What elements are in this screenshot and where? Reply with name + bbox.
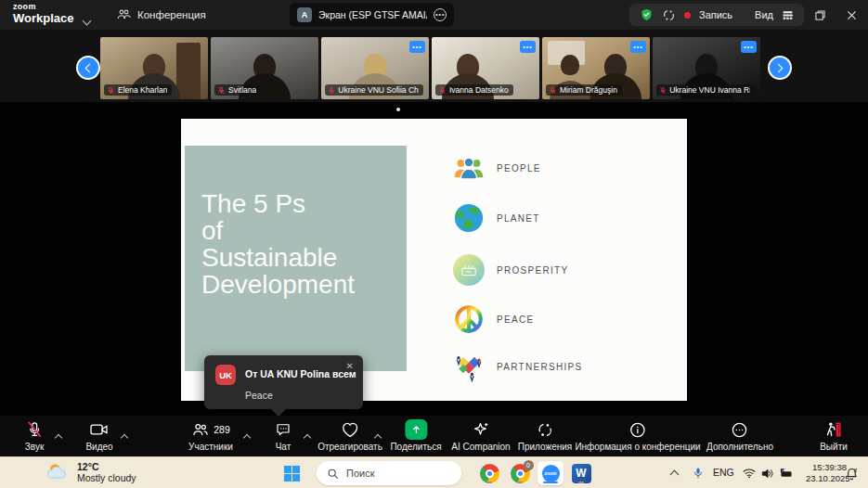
search-input[interactable] [346, 468, 448, 479]
planet-icon [453, 202, 485, 234]
volume-button[interactable] [758, 461, 777, 485]
ai-companion-button[interactable]: AI Companion [451, 418, 510, 452]
audio-button[interactable]: Звук [25, 418, 45, 452]
tab-options-icon[interactable]: ••• [434, 8, 447, 21]
connected-apps-icon[interactable] [662, 8, 676, 22]
next-participants-button[interactable] [768, 56, 792, 80]
muted-mic-icon [25, 418, 43, 441]
chrome-app-button[interactable] [476, 461, 502, 485]
apps-button[interactable]: Приложения [518, 418, 573, 452]
audio-options-button[interactable] [56, 428, 61, 444]
tray-mic-button[interactable] [688, 461, 708, 485]
chrome-profile-badge: 0 [524, 460, 534, 470]
camera-icon [90, 418, 110, 441]
screen-tab-label: Экран (ESP GTSF AMAIA CHOCO [318, 9, 427, 20]
slide-item-label: PLANET [497, 213, 540, 224]
device-icon [779, 468, 794, 479]
more-button[interactable]: Дополнительно [706, 418, 773, 452]
muted-mic-icon [549, 86, 557, 95]
weather-widget[interactable]: 12°C Mostly cloudy [45, 461, 136, 483]
running-indicator [486, 482, 492, 484]
participant-more-options-button[interactable]: ••• [520, 41, 536, 53]
shared-screen-area: The 5 Ps of Sustainable Development PEO [0, 102, 868, 416]
meeting-status-controls: Запись Вид [629, 4, 804, 26]
chat-message-text: Peace [245, 390, 273, 401]
leave-button[interactable]: Выйти [820, 418, 848, 452]
meeting-info-button[interactable]: Информация о конференции [575, 418, 700, 452]
slide-title-line: Sustainable [201, 244, 355, 271]
tab-screen-share[interactable]: A Экран (ESP GTSF AMAIA CHOCO ••• [290, 3, 454, 27]
participant-tile[interactable]: ••• Ukraine VNU Ivanna Ri... [653, 37, 760, 99]
slide-title-line: Development [201, 271, 355, 298]
participant-more-options-button[interactable]: ••• [741, 41, 757, 53]
video-button[interactable]: Видео [85, 418, 112, 452]
word-icon: W [572, 464, 591, 483]
video-options-button[interactable] [122, 428, 127, 444]
participants-button[interactable]: 289 Участники [188, 418, 233, 452]
security-shield-icon[interactable] [640, 7, 654, 22]
close-button[interactable] [842, 6, 861, 24]
weather-temperature: 12°C [77, 461, 136, 472]
chrome-profile-app-button[interactable]: 0 [507, 461, 533, 485]
react-label: Отреагировать [317, 442, 382, 452]
taskbar-search[interactable] [317, 461, 461, 485]
participant-name-tag: Svitlana [214, 84, 261, 96]
share-button[interactable]: Поделиться [390, 418, 441, 452]
participant-more-options-button[interactable]: ••• [409, 41, 425, 53]
wifi-button[interactable] [740, 461, 758, 485]
slide-title-line: The 5 Ps [201, 190, 355, 217]
title-bar: zoom Workplace Конференция A Экран (ESP … [0, 0, 868, 30]
chat-sender-avatar: UK [215, 365, 236, 385]
tab-conference[interactable]: Конференция [117, 7, 206, 21]
participant-name-tag: Miriam Drăguşin [546, 84, 622, 96]
participants-options-button[interactable] [244, 428, 250, 444]
restore-button[interactable] [810, 6, 829, 24]
search-icon [327, 468, 339, 480]
chevron-left-icon [85, 63, 95, 72]
more-icon [731, 418, 748, 441]
participant-tile[interactable]: Elena Kharlan [100, 37, 208, 99]
slide-title-block: The 5 Ps of Sustainable Development [185, 146, 407, 371]
previous-participants-button[interactable] [76, 56, 100, 80]
minimize-button[interactable] [779, 6, 797, 24]
muted-mic-icon [659, 86, 667, 95]
zoom-app-button[interactable]: zoom [538, 461, 564, 485]
language-indicator[interactable]: ENG [713, 467, 734, 478]
participant-tile[interactable]: ••• Miriam Drăguşin [542, 37, 650, 99]
recording-label[interactable]: Запись [699, 9, 732, 20]
slide-item-label: PEACE [497, 315, 534, 325]
participant-tile[interactable]: Svitlana [211, 37, 318, 99]
weather-condition: Mostly cloudy [77, 472, 136, 483]
react-button[interactable]: Отреагировать [317, 418, 382, 452]
participant-tile[interactable]: ••• Ukraine VNU Sofiia Ch... [321, 37, 429, 99]
chat-notification-popup[interactable]: UK От UA KNU Polina всем Peace ✕ [204, 355, 363, 409]
participant-tile[interactable]: ••• Ivanna Datsenko [432, 37, 539, 99]
logo-zoom-text: zoom [13, 3, 74, 11]
chevron-down-icon [83, 17, 92, 26]
start-button[interactable] [279, 461, 304, 485]
muted-mic-icon [217, 86, 226, 95]
logo-workplace-text: Workplace [13, 12, 74, 24]
view-label[interactable]: Вид [755, 9, 773, 20]
tray-expand-button[interactable] [664, 461, 684, 485]
minimize-icon [784, 10, 794, 20]
more-label: Дополнительно [706, 442, 773, 452]
device-button[interactable] [776, 461, 797, 485]
recording-dot-icon [684, 12, 691, 19]
windows-icon [283, 465, 301, 482]
muted-mic-icon [107, 86, 115, 95]
participant-name: Elena Kharlan [118, 85, 167, 95]
word-app-button[interactable]: W [568, 461, 594, 485]
weather-icon [45, 461, 71, 483]
slide-title-line: of [201, 217, 355, 244]
chat-button[interactable]: Чат [275, 418, 292, 452]
slide-item-label: PARTNERSHIPS [497, 362, 582, 372]
participants-icon-group: 289 [191, 418, 230, 441]
chat-options-button[interactable] [304, 428, 310, 444]
notifications-button[interactable] [841, 461, 862, 485]
participant-more-options-button[interactable]: ••• [630, 41, 646, 53]
workspace-dropdown-button[interactable] [84, 11, 90, 28]
react-options-button[interactable] [375, 428, 381, 444]
chat-popup-close-button[interactable]: ✕ [346, 361, 354, 371]
slide-item-peace: PEACE [453, 303, 534, 335]
